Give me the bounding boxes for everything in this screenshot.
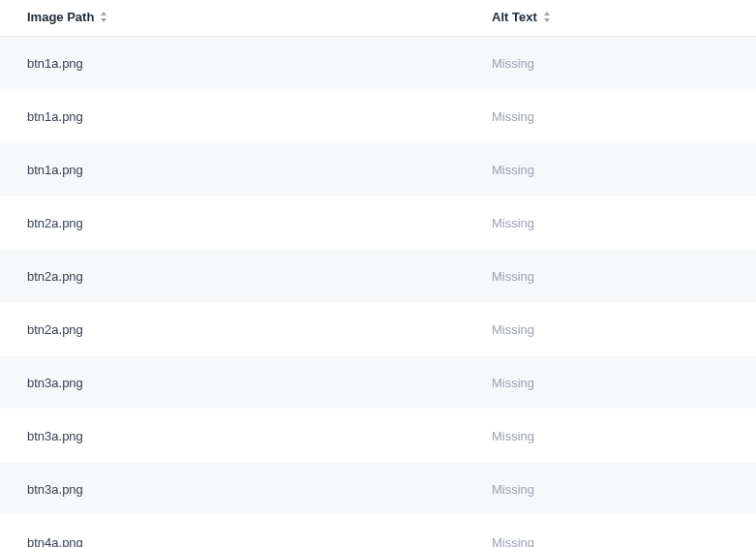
table-row[interactable]: btn1a.png Missing <box>0 90 756 143</box>
header-image-path[interactable]: Image Path <box>0 0 465 37</box>
alt-text-cell: Missing <box>492 376 534 390</box>
alt-text-cell: Missing <box>492 109 534 124</box>
image-path-cell: btn1a.png <box>27 163 83 177</box>
data-table: Image Path Alt Text btn1 <box>0 0 756 547</box>
alt-text-cell: Missing <box>492 429 534 443</box>
alt-text-cell: Missing <box>492 56 534 71</box>
image-path-cell: btn2a.png <box>27 269 83 284</box>
header-alt-text-label: Alt Text <box>492 10 537 24</box>
table-row[interactable]: btn4a.png Missing <box>0 516 756 548</box>
image-path-cell: btn2a.png <box>27 322 83 337</box>
table-header-row: Image Path Alt Text <box>0 0 756 37</box>
image-path-cell: btn3a.png <box>27 429 83 443</box>
table-row[interactable]: btn1a.png Missing <box>0 143 756 197</box>
sort-icon <box>100 12 107 22</box>
alt-text-cell: Missing <box>492 163 534 177</box>
table-row[interactable]: btn3a.png Missing <box>0 410 756 463</box>
table-row[interactable]: btn1a.png Missing <box>0 37 756 90</box>
alt-text-cell: Missing <box>492 535 534 548</box>
image-path-cell: btn3a.png <box>27 482 83 497</box>
sort-icon <box>543 12 551 22</box>
image-path-cell: btn2a.png <box>27 216 83 230</box>
header-alt-text[interactable]: Alt Text <box>465 0 756 37</box>
image-path-cell: btn1a.png <box>27 109 83 124</box>
table-row[interactable]: btn2a.png Missing <box>0 250 756 303</box>
table-row[interactable]: btn2a.png Missing <box>0 197 756 250</box>
table-row[interactable]: btn2a.png Missing <box>0 303 756 356</box>
alt-text-cell: Missing <box>492 482 534 497</box>
table-body: btn1a.png Missing btn1a.png Missing btn1… <box>0 37 756 548</box>
alt-text-cell: Missing <box>492 269 534 284</box>
alt-text-cell: Missing <box>492 322 534 337</box>
image-path-cell: btn1a.png <box>27 56 83 71</box>
alt-text-cell: Missing <box>492 216 534 230</box>
image-path-cell: btn4a.png <box>27 535 83 548</box>
table-row[interactable]: btn3a.png Missing <box>0 463 756 516</box>
header-image-path-label: Image Path <box>27 10 94 24</box>
table-row[interactable]: btn3a.png Missing <box>0 356 756 410</box>
image-path-cell: btn3a.png <box>27 376 83 390</box>
